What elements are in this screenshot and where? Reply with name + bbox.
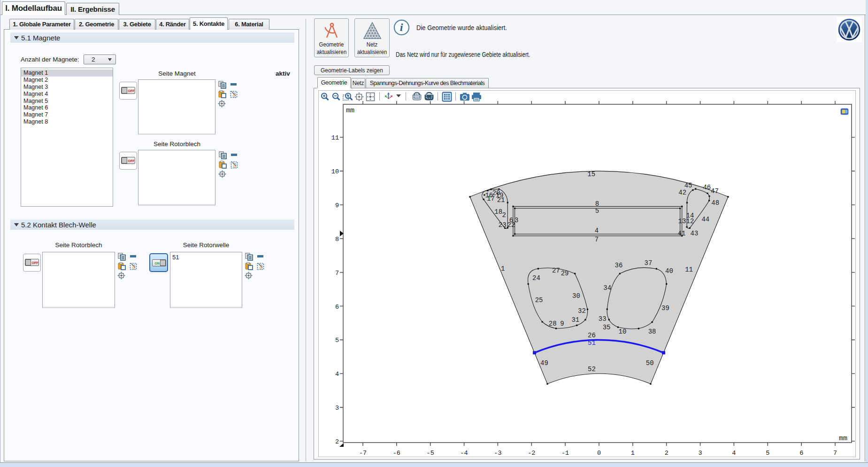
svg-text:49: 49 — [540, 359, 548, 367]
svg-text:31: 31 — [571, 316, 579, 324]
svg-text:52: 52 — [588, 366, 596, 373]
svg-text:-7: -7 — [359, 450, 367, 457]
svg-text:i: i — [400, 21, 403, 33]
svg-text:6: 6 — [335, 304, 339, 311]
svg-text:25: 25 — [535, 296, 543, 304]
svg-text:3: 3 — [699, 450, 702, 457]
svg-text:1: 1 — [631, 450, 635, 457]
svg-text:48: 48 — [711, 199, 719, 207]
svg-text:45: 45 — [684, 182, 692, 189]
svg-text:8: 8 — [595, 200, 599, 208]
svg-text:-5: -5 — [427, 450, 434, 457]
svg-text:-1: -1 — [561, 450, 569, 457]
svg-text:13: 13 — [678, 218, 686, 225]
svg-text:51: 51 — [588, 339, 596, 347]
svg-text:22: 22 — [507, 221, 515, 229]
svg-text:40: 40 — [665, 267, 673, 275]
svg-text:26: 26 — [588, 332, 596, 339]
svg-text:28: 28 — [549, 320, 557, 327]
svg-text:47: 47 — [711, 187, 719, 195]
svg-text:46: 46 — [703, 184, 711, 191]
svg-text:3: 3 — [335, 405, 339, 412]
svg-text:33: 33 — [599, 315, 607, 323]
svg-text:-6: -6 — [393, 450, 400, 457]
svg-text:36: 36 — [615, 262, 622, 269]
svg-text:1: 1 — [501, 265, 505, 272]
svg-text:-3: -3 — [494, 450, 501, 457]
svg-text:43: 43 — [691, 230, 699, 237]
svg-text:2: 2 — [665, 450, 668, 457]
svg-text:7: 7 — [335, 270, 339, 277]
svg-text:18: 18 — [494, 208, 502, 216]
svg-text:8: 8 — [335, 236, 339, 243]
svg-text:4: 4 — [595, 227, 599, 234]
svg-text:7: 7 — [595, 236, 599, 243]
svg-text:2: 2 — [335, 438, 339, 445]
svg-text:15: 15 — [587, 171, 595, 178]
svg-text:4: 4 — [732, 450, 736, 457]
svg-text:23: 23 — [499, 221, 507, 229]
svg-text:30: 30 — [572, 292, 580, 300]
svg-text:24: 24 — [532, 274, 540, 282]
svg-text:5: 5 — [335, 337, 339, 344]
svg-text:2: 2 — [502, 211, 506, 219]
svg-text:42: 42 — [678, 189, 686, 196]
svg-text:44: 44 — [701, 216, 709, 223]
svg-text:-4: -4 — [460, 450, 468, 457]
svg-text:32: 32 — [578, 307, 586, 315]
svg-text:14: 14 — [686, 212, 694, 219]
svg-text:39: 39 — [661, 304, 669, 312]
svg-text:9: 9 — [560, 320, 564, 327]
svg-text:29: 29 — [561, 270, 569, 277]
svg-text:50: 50 — [646, 359, 654, 367]
svg-text:27: 27 — [552, 267, 560, 274]
svg-text:21: 21 — [497, 196, 505, 204]
svg-text:35: 35 — [603, 324, 611, 331]
svg-text:10: 10 — [619, 328, 627, 335]
svg-text:-2: -2 — [528, 450, 535, 457]
svg-text:4: 4 — [335, 371, 339, 378]
svg-text:5: 5 — [595, 207, 599, 215]
svg-text:3: 3 — [515, 217, 518, 224]
svg-text:11: 11 — [685, 266, 693, 273]
svg-text:5: 5 — [766, 450, 769, 457]
svg-text:41: 41 — [678, 230, 686, 237]
svg-text:37: 37 — [645, 259, 653, 267]
svg-text:10: 10 — [331, 168, 339, 175]
svg-text:11: 11 — [331, 134, 339, 141]
svg-text:7: 7 — [833, 450, 837, 457]
svg-text:0: 0 — [597, 450, 601, 457]
svg-text:6: 6 — [799, 450, 803, 457]
svg-text:mm: mm — [346, 107, 354, 115]
svg-text:34: 34 — [603, 284, 611, 292]
svg-text:mm: mm — [839, 435, 847, 443]
svg-text:38: 38 — [648, 328, 656, 335]
svg-text:17: 17 — [487, 195, 495, 202]
svg-text:9: 9 — [335, 202, 339, 209]
